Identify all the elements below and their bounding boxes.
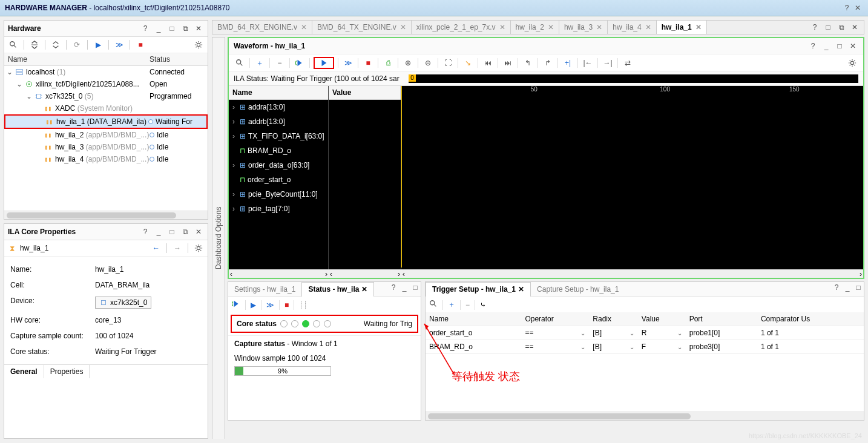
hardware-tree[interactable]: ⌄localhost (1)Connected⌄xilinx_tcf/Digil…: [4, 66, 208, 211]
minimize-icon[interactable]: _: [821, 41, 832, 51]
close-icon[interactable]: ✕: [548, 23, 554, 31]
run-trigger-icon[interactable]: [294, 57, 306, 69]
zoom-fit-icon[interactable]: ⛶: [442, 57, 454, 69]
run-icon[interactable]: ▶: [93, 39, 104, 50]
dropdown[interactable]: [B]⌄: [593, 329, 634, 337]
dropdown[interactable]: F⌄: [642, 343, 682, 351]
program-icon[interactable]: ⟳: [71, 39, 82, 50]
close-icon[interactable]: ✕: [852, 2, 863, 13]
stop-icon[interactable]: ■: [135, 39, 146, 50]
close-icon[interactable]: ✕: [695, 23, 702, 31]
run-all-icon[interactable]: ≫: [114, 39, 125, 50]
maximize-icon[interactable]: □: [166, 226, 177, 237]
tree-row[interactable]: ⌄localhost (1)Connected: [4, 66, 208, 78]
go-to-start-icon[interactable]: ⏮: [482, 57, 494, 69]
tree-row[interactable]: ⫾⫾hw_ila_1 (DATA_BRAM_ila)Waiting For: [4, 114, 208, 129]
trigger-row[interactable]: order_start_o==⌄[B]⌄R⌄probe1[0]1 of 1: [426, 326, 864, 340]
back-icon[interactable]: ←: [151, 243, 162, 254]
minimize-icon[interactable]: _: [399, 282, 410, 293]
scrollbar[interactable]: ‹›: [401, 269, 863, 278]
tree-row[interactable]: ⫾⫾hw_ila_4 (app/BMD/BMD_...)Idle: [4, 153, 208, 165]
tab-status[interactable]: Status - hw_ila ✕: [301, 282, 374, 297]
add-icon[interactable]: ＋: [254, 57, 266, 69]
close-icon[interactable]: ✕: [193, 23, 204, 34]
maximize-icon[interactable]: □: [853, 282, 864, 293]
trigger-mode-icon[interactable]: ⤷: [480, 301, 486, 309]
tree-row[interactable]: ⫾⫾hw_ila_3 (app/BMD/BMD_...)Idle: [4, 141, 208, 153]
tab[interactable]: hw_ila_4✕: [608, 21, 656, 34]
tab[interactable]: hw_ila_1✕: [657, 21, 707, 34]
expand-icon[interactable]: [50, 39, 61, 50]
search-icon[interactable]: [234, 57, 246, 69]
scrollbar[interactable]: ‹›: [229, 269, 329, 278]
tab-settings[interactable]: Settings - hw_ila_1: [228, 282, 301, 297]
dashboard-options[interactable]: Dashboard Options: [212, 37, 225, 439]
search-icon[interactable]: [429, 300, 438, 310]
play-button[interactable]: [314, 57, 334, 69]
tree-row[interactable]: ⌄xc7k325t_0 (5)Programmed: [4, 90, 208, 102]
close-icon[interactable]: ✕: [193, 226, 204, 237]
zoom-in-icon[interactable]: ⊕: [402, 57, 414, 69]
tree-row[interactable]: ⫾⫾XADC (System Monitor): [4, 102, 208, 114]
dropdown[interactable]: ==⌄: [525, 343, 585, 351]
play-icon[interactable]: ▶: [251, 301, 256, 309]
go-to-cursor-icon[interactable]: ↘: [462, 57, 474, 69]
gear-icon[interactable]: [193, 243, 204, 254]
restore-icon[interactable]: ⧉: [180, 226, 191, 237]
close-icon[interactable]: ✕: [499, 23, 505, 31]
signal-row[interactable]: ›⊞ addra[13:0]: [229, 100, 328, 114]
gear-icon[interactable]: [846, 57, 858, 69]
minimize-icon[interactable]: _: [153, 23, 164, 34]
maximize-icon[interactable]: □: [166, 23, 177, 34]
signal-row[interactable]: ›⊞ order_data_o[63:0]: [229, 158, 328, 172]
signal-row[interactable]: ›⊞ pcie_tag[7:0]: [229, 202, 328, 216]
maximize-icon[interactable]: □: [823, 22, 833, 33]
close-icon[interactable]: ✕: [518, 285, 524, 294]
cursor-zero[interactable]: 0: [409, 74, 416, 82]
stop-icon[interactable]: ■: [284, 301, 289, 309]
search-icon[interactable]: [8, 39, 19, 50]
stop-icon[interactable]: ■: [362, 57, 374, 69]
go-to-end-icon[interactable]: ⏭: [502, 57, 514, 69]
help-icon[interactable]: ?: [140, 226, 151, 237]
gear-icon[interactable]: [193, 39, 204, 50]
tab[interactable]: xilinx_pcie_2_1_ep_7x.v✕: [412, 21, 511, 34]
scrollbar[interactable]: [426, 412, 864, 420]
signal-row[interactable]: ›⊞ addrb[13:0]: [229, 114, 328, 129]
tab-capture-setup[interactable]: Capture Setup - hw_ila_1: [531, 282, 625, 297]
fast-forward-icon[interactable]: ≫: [266, 301, 274, 309]
tab[interactable]: hw_ila_3✕: [559, 21, 608, 34]
close-icon[interactable]: ✕: [645, 23, 651, 31]
dropdown[interactable]: R⌄: [642, 329, 682, 337]
close-icon[interactable]: ✕: [849, 22, 860, 33]
export-icon[interactable]: ⎙: [382, 57, 394, 69]
dropdown[interactable]: [B]⌄: [593, 343, 634, 351]
close-icon[interactable]: ✕: [361, 285, 367, 294]
help-icon[interactable]: ?: [841, 2, 852, 13]
tab-properties[interactable]: Properties: [44, 365, 90, 378]
close-icon[interactable]: ✕: [301, 23, 307, 31]
waveform-canvas[interactable]: 50 100 150: [401, 86, 863, 269]
help-icon[interactable]: ?: [831, 282, 842, 293]
zoom-out-icon[interactable]: ⊖: [422, 57, 434, 69]
minimize-icon[interactable]: _: [842, 282, 853, 293]
restore-icon[interactable]: ⧉: [836, 22, 847, 33]
signal-row[interactable]: ›⊞ TX_FIFO_DATA_i[63:0]: [229, 129, 328, 143]
run-trigger-icon[interactable]: [232, 300, 240, 310]
maximize-icon[interactable]: □: [410, 282, 421, 293]
help-icon[interactable]: ?: [809, 22, 820, 33]
tree-row[interactable]: ⫾⫾hw_ila_2 (app/BMD/BMD_...)Idle: [4, 129, 208, 141]
tab[interactable]: hw_ila_2✕: [511, 21, 559, 34]
tab[interactable]: BMD_64_RX_ENGINE.v✕: [212, 21, 312, 34]
signal-row[interactable]: ⊓ order_start_o: [229, 172, 328, 187]
dropdown[interactable]: ==⌄: [525, 329, 585, 337]
help-icon[interactable]: ?: [807, 41, 818, 51]
add-icon[interactable]: ＋: [448, 300, 455, 310]
scrollbar[interactable]: [4, 211, 208, 219]
add-marker-icon[interactable]: +|: [562, 57, 574, 69]
tree-row[interactable]: ⌄xilinx_tcf/Digilent/210251A088...Open: [4, 78, 208, 90]
signal-row[interactable]: ⊓ BRAM_RD_o: [229, 143, 328, 158]
maximize-icon[interactable]: □: [834, 41, 845, 51]
minimize-icon[interactable]: _: [153, 226, 164, 237]
restore-icon[interactable]: ⧉: [180, 23, 191, 34]
